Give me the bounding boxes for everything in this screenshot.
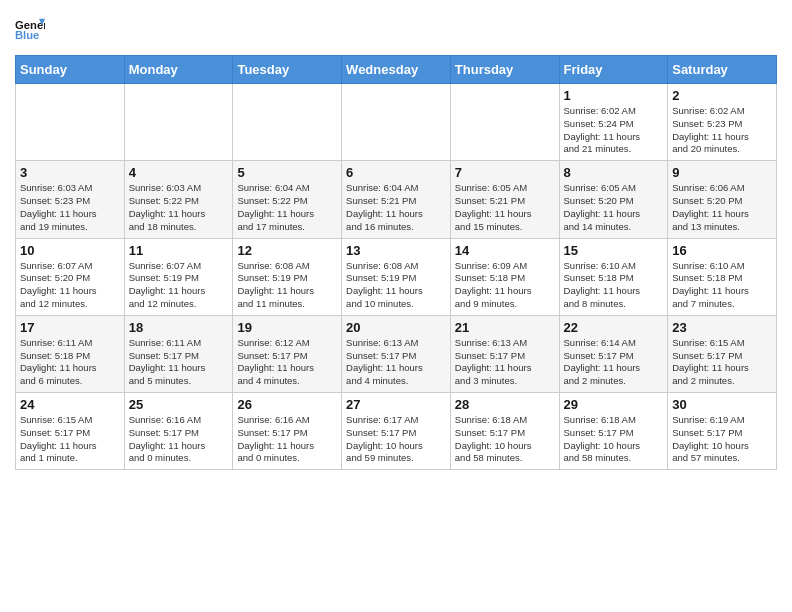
calendar-cell: 29Sunrise: 6:18 AM Sunset: 5:17 PM Dayli… xyxy=(559,393,668,470)
calendar-cell: 24Sunrise: 6:15 AM Sunset: 5:17 PM Dayli… xyxy=(16,393,125,470)
day-number: 13 xyxy=(346,243,446,258)
day-number: 9 xyxy=(672,165,772,180)
calendar-cell: 1Sunrise: 6:02 AM Sunset: 5:24 PM Daylig… xyxy=(559,84,668,161)
day-number: 29 xyxy=(564,397,664,412)
week-row-2: 10Sunrise: 6:07 AM Sunset: 5:20 PM Dayli… xyxy=(16,238,777,315)
day-number: 10 xyxy=(20,243,120,258)
day-info: Sunrise: 6:14 AM Sunset: 5:17 PM Dayligh… xyxy=(564,337,664,388)
weekday-header-saturday: Saturday xyxy=(668,56,777,84)
calendar-cell xyxy=(450,84,559,161)
day-number: 16 xyxy=(672,243,772,258)
calendar-cell: 9Sunrise: 6:06 AM Sunset: 5:20 PM Daylig… xyxy=(668,161,777,238)
logo-icon: General Blue xyxy=(15,15,45,45)
calendar-cell: 4Sunrise: 6:03 AM Sunset: 5:22 PM Daylig… xyxy=(124,161,233,238)
day-number: 21 xyxy=(455,320,555,335)
calendar-cell: 23Sunrise: 6:15 AM Sunset: 5:17 PM Dayli… xyxy=(668,315,777,392)
day-number: 28 xyxy=(455,397,555,412)
day-info: Sunrise: 6:11 AM Sunset: 5:17 PM Dayligh… xyxy=(129,337,229,388)
day-number: 6 xyxy=(346,165,446,180)
calendar-cell: 16Sunrise: 6:10 AM Sunset: 5:18 PM Dayli… xyxy=(668,238,777,315)
day-number: 17 xyxy=(20,320,120,335)
day-number: 14 xyxy=(455,243,555,258)
calendar-cell: 15Sunrise: 6:10 AM Sunset: 5:18 PM Dayli… xyxy=(559,238,668,315)
day-number: 5 xyxy=(237,165,337,180)
weekday-header-wednesday: Wednesday xyxy=(342,56,451,84)
weekday-header-friday: Friday xyxy=(559,56,668,84)
day-number: 18 xyxy=(129,320,229,335)
day-info: Sunrise: 6:03 AM Sunset: 5:23 PM Dayligh… xyxy=(20,182,120,233)
day-number: 30 xyxy=(672,397,772,412)
calendar-cell xyxy=(124,84,233,161)
calendar-cell: 11Sunrise: 6:07 AM Sunset: 5:19 PM Dayli… xyxy=(124,238,233,315)
day-info: Sunrise: 6:03 AM Sunset: 5:22 PM Dayligh… xyxy=(129,182,229,233)
day-info: Sunrise: 6:06 AM Sunset: 5:20 PM Dayligh… xyxy=(672,182,772,233)
calendar-cell: 12Sunrise: 6:08 AM Sunset: 5:19 PM Dayli… xyxy=(233,238,342,315)
calendar-cell: 30Sunrise: 6:19 AM Sunset: 5:17 PM Dayli… xyxy=(668,393,777,470)
day-info: Sunrise: 6:07 AM Sunset: 5:20 PM Dayligh… xyxy=(20,260,120,311)
day-info: Sunrise: 6:02 AM Sunset: 5:24 PM Dayligh… xyxy=(564,105,664,156)
calendar-cell: 28Sunrise: 6:18 AM Sunset: 5:17 PM Dayli… xyxy=(450,393,559,470)
day-info: Sunrise: 6:04 AM Sunset: 5:22 PM Dayligh… xyxy=(237,182,337,233)
calendar-cell: 6Sunrise: 6:04 AM Sunset: 5:21 PM Daylig… xyxy=(342,161,451,238)
day-number: 19 xyxy=(237,320,337,335)
calendar-cell: 17Sunrise: 6:11 AM Sunset: 5:18 PM Dayli… xyxy=(16,315,125,392)
day-info: Sunrise: 6:18 AM Sunset: 5:17 PM Dayligh… xyxy=(455,414,555,465)
day-info: Sunrise: 6:15 AM Sunset: 5:17 PM Dayligh… xyxy=(672,337,772,388)
day-number: 8 xyxy=(564,165,664,180)
day-info: Sunrise: 6:13 AM Sunset: 5:17 PM Dayligh… xyxy=(346,337,446,388)
day-number: 1 xyxy=(564,88,664,103)
calendar-cell xyxy=(342,84,451,161)
calendar-cell xyxy=(233,84,342,161)
page: General Blue SundayMondayTuesdayWednesda… xyxy=(0,0,792,485)
day-number: 15 xyxy=(564,243,664,258)
day-info: Sunrise: 6:08 AM Sunset: 5:19 PM Dayligh… xyxy=(237,260,337,311)
week-row-0: 1Sunrise: 6:02 AM Sunset: 5:24 PM Daylig… xyxy=(16,84,777,161)
day-info: Sunrise: 6:19 AM Sunset: 5:17 PM Dayligh… xyxy=(672,414,772,465)
day-info: Sunrise: 6:13 AM Sunset: 5:17 PM Dayligh… xyxy=(455,337,555,388)
day-info: Sunrise: 6:08 AM Sunset: 5:19 PM Dayligh… xyxy=(346,260,446,311)
calendar-table: SundayMondayTuesdayWednesdayThursdayFrid… xyxy=(15,55,777,470)
calendar-cell: 20Sunrise: 6:13 AM Sunset: 5:17 PM Dayli… xyxy=(342,315,451,392)
week-row-1: 3Sunrise: 6:03 AM Sunset: 5:23 PM Daylig… xyxy=(16,161,777,238)
day-number: 7 xyxy=(455,165,555,180)
calendar-cell: 26Sunrise: 6:16 AM Sunset: 5:17 PM Dayli… xyxy=(233,393,342,470)
day-info: Sunrise: 6:12 AM Sunset: 5:17 PM Dayligh… xyxy=(237,337,337,388)
calendar-cell: 2Sunrise: 6:02 AM Sunset: 5:23 PM Daylig… xyxy=(668,84,777,161)
calendar-cell: 13Sunrise: 6:08 AM Sunset: 5:19 PM Dayli… xyxy=(342,238,451,315)
day-info: Sunrise: 6:11 AM Sunset: 5:18 PM Dayligh… xyxy=(20,337,120,388)
week-row-3: 17Sunrise: 6:11 AM Sunset: 5:18 PM Dayli… xyxy=(16,315,777,392)
day-info: Sunrise: 6:02 AM Sunset: 5:23 PM Dayligh… xyxy=(672,105,772,156)
calendar-cell: 14Sunrise: 6:09 AM Sunset: 5:18 PM Dayli… xyxy=(450,238,559,315)
weekday-header-thursday: Thursday xyxy=(450,56,559,84)
calendar-cell: 7Sunrise: 6:05 AM Sunset: 5:21 PM Daylig… xyxy=(450,161,559,238)
day-number: 24 xyxy=(20,397,120,412)
weekday-header-tuesday: Tuesday xyxy=(233,56,342,84)
day-info: Sunrise: 6:16 AM Sunset: 5:17 PM Dayligh… xyxy=(237,414,337,465)
day-info: Sunrise: 6:05 AM Sunset: 5:21 PM Dayligh… xyxy=(455,182,555,233)
calendar-cell: 18Sunrise: 6:11 AM Sunset: 5:17 PM Dayli… xyxy=(124,315,233,392)
weekday-header-sunday: Sunday xyxy=(16,56,125,84)
week-row-4: 24Sunrise: 6:15 AM Sunset: 5:17 PM Dayli… xyxy=(16,393,777,470)
calendar-cell: 8Sunrise: 6:05 AM Sunset: 5:20 PM Daylig… xyxy=(559,161,668,238)
day-info: Sunrise: 6:16 AM Sunset: 5:17 PM Dayligh… xyxy=(129,414,229,465)
calendar-cell: 27Sunrise: 6:17 AM Sunset: 5:17 PM Dayli… xyxy=(342,393,451,470)
day-info: Sunrise: 6:10 AM Sunset: 5:18 PM Dayligh… xyxy=(672,260,772,311)
weekday-header-monday: Monday xyxy=(124,56,233,84)
day-number: 3 xyxy=(20,165,120,180)
weekday-header-row: SundayMondayTuesdayWednesdayThursdayFrid… xyxy=(16,56,777,84)
svg-text:Blue: Blue xyxy=(15,29,39,41)
calendar-cell: 22Sunrise: 6:14 AM Sunset: 5:17 PM Dayli… xyxy=(559,315,668,392)
header: General Blue xyxy=(15,15,777,45)
day-number: 22 xyxy=(564,320,664,335)
day-number: 20 xyxy=(346,320,446,335)
day-number: 27 xyxy=(346,397,446,412)
calendar-cell: 21Sunrise: 6:13 AM Sunset: 5:17 PM Dayli… xyxy=(450,315,559,392)
day-number: 2 xyxy=(672,88,772,103)
day-info: Sunrise: 6:05 AM Sunset: 5:20 PM Dayligh… xyxy=(564,182,664,233)
day-number: 26 xyxy=(237,397,337,412)
day-info: Sunrise: 6:07 AM Sunset: 5:19 PM Dayligh… xyxy=(129,260,229,311)
calendar-cell: 5Sunrise: 6:04 AM Sunset: 5:22 PM Daylig… xyxy=(233,161,342,238)
logo: General Blue xyxy=(15,15,49,45)
day-info: Sunrise: 6:17 AM Sunset: 5:17 PM Dayligh… xyxy=(346,414,446,465)
calendar-cell: 10Sunrise: 6:07 AM Sunset: 5:20 PM Dayli… xyxy=(16,238,125,315)
